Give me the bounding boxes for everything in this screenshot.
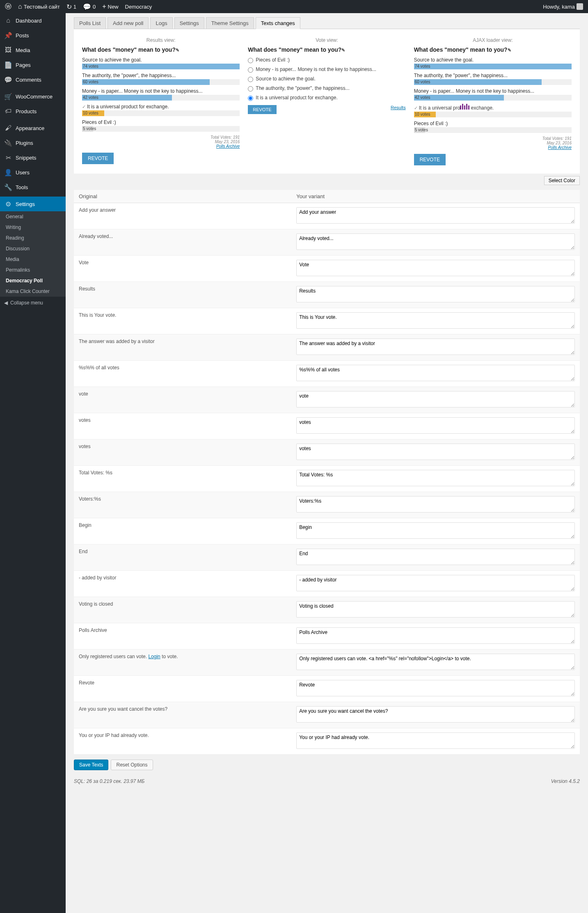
tab-theme-settings[interactable]: Theme Settings xyxy=(206,17,254,29)
sidebar-item-label: Comments xyxy=(16,77,41,83)
tab-add-new-poll[interactable]: Add new poll xyxy=(108,17,149,29)
sidebar-sub-item[interactable]: Permalinks xyxy=(0,265,66,275)
sidebar-item-plugins[interactable]: 🔌Plugins xyxy=(0,135,66,150)
checkmark-icon: ✓ xyxy=(82,104,87,109)
answer-label: Money - is paper... Money is not the key… xyxy=(82,88,203,94)
sidebar-item-products[interactable]: 🏷Products xyxy=(0,104,66,119)
vote-view-title: Vote view: xyxy=(248,37,405,43)
sidebar-sub-item[interactable]: General xyxy=(0,211,66,222)
table-row: This is Your vote. xyxy=(74,308,580,334)
collapse-menu[interactable]: ◀Collapse menu xyxy=(0,297,66,309)
revote-button[interactable]: REVOTE xyxy=(414,154,446,165)
vote-option[interactable]: The authority, the "power", the happines… xyxy=(248,85,405,92)
option-label: Source to achieve the goal. xyxy=(256,76,315,82)
tab-settings[interactable]: Settings xyxy=(174,17,204,29)
sidebar-sub-item[interactable]: Discussion xyxy=(0,243,66,254)
original-text: This is Your vote. xyxy=(74,308,291,334)
sidebar-item-appearance[interactable]: 🖌Appearance xyxy=(0,121,66,135)
updates[interactable]: ↻1 xyxy=(65,3,78,11)
variant-input[interactable] xyxy=(296,575,575,591)
variant-input[interactable] xyxy=(296,207,575,224)
variant-input[interactable] xyxy=(296,339,575,355)
table-row: Vote xyxy=(74,256,580,282)
variant-input[interactable] xyxy=(296,654,575,670)
variant-input[interactable] xyxy=(296,365,575,381)
sidebar-item-snippets[interactable]: ✂Snippets xyxy=(0,150,66,165)
variant-input[interactable] xyxy=(296,286,575,302)
sidebar-item-tools[interactable]: 🔧Tools xyxy=(0,180,66,194)
sidebar-item-pages[interactable]: 📄Pages xyxy=(0,57,66,72)
menu-icon: 📌 xyxy=(4,31,12,39)
polls-archive-link[interactable]: Polls Archive xyxy=(548,145,572,150)
poll-answer: Source to achieve the goal.74 votes xyxy=(82,57,240,69)
radio-input[interactable] xyxy=(248,67,253,73)
variant-input[interactable] xyxy=(296,233,575,250)
save-button[interactable]: Save Texts xyxy=(74,760,108,770)
variant-input[interactable] xyxy=(296,391,575,407)
table-row: Total Votes: %s xyxy=(74,466,580,492)
poll-answer: ✓ It is a universal product for exchange… xyxy=(82,104,240,116)
sidebar-sub-item[interactable]: Media xyxy=(0,254,66,265)
democracy-link[interactable]: Democracy xyxy=(124,4,154,10)
howdy[interactable]: Howdy, kama xyxy=(541,3,585,10)
variant-input[interactable] xyxy=(296,470,575,486)
menu-icon: 🏷 xyxy=(4,107,12,115)
variant-input[interactable] xyxy=(296,627,575,644)
variant-input[interactable] xyxy=(296,732,575,749)
vote-option[interactable]: Money - is paper... Money is not the key… xyxy=(248,66,405,73)
variant-input[interactable] xyxy=(296,260,575,276)
vote-option[interactable]: It is a universal product for exchange. xyxy=(248,95,405,101)
sidebar-item-dashboard[interactable]: ⌂Dashboard xyxy=(0,13,66,28)
sidebar-item-posts[interactable]: 📌Posts xyxy=(0,28,66,43)
sidebar-item-settings[interactable]: ⚙Settings xyxy=(0,197,66,211)
wordpress-icon: ⓦ xyxy=(5,2,11,11)
loader-icon xyxy=(460,104,469,110)
sidebar-sub-item[interactable]: Kama Click Counter xyxy=(0,286,66,297)
variant-input[interactable] xyxy=(296,522,575,539)
sidebar-item-woocommerce[interactable]: 🛒WooCommerce xyxy=(0,89,66,104)
menu-icon: 🖼 xyxy=(4,46,12,54)
tab-texts-changes[interactable]: Texts changes xyxy=(256,17,300,29)
vote-option[interactable]: Source to achieve the goal. xyxy=(248,76,405,82)
original-text: Only registered users can vote. Login to… xyxy=(74,650,291,676)
wp-logo[interactable]: ⓦ xyxy=(3,2,13,11)
results-link[interactable]: Results xyxy=(391,105,406,110)
radio-input[interactable] xyxy=(248,96,253,101)
sidebar-item-label: Plugins xyxy=(16,140,33,146)
option-label: Pieces of Evil :) xyxy=(256,57,290,63)
variant-input[interactable] xyxy=(296,680,575,696)
edit-icon[interactable]: ✎ xyxy=(508,48,511,53)
comments[interactable]: 💬0 xyxy=(81,3,97,11)
variant-input[interactable] xyxy=(296,549,575,565)
variant-input[interactable] xyxy=(296,601,575,618)
answer-label: Pieces of Evil :) xyxy=(414,121,448,126)
radio-input[interactable] xyxy=(248,86,253,92)
variant-input[interactable] xyxy=(296,496,575,513)
sidebar-sub-item[interactable]: Writing xyxy=(0,222,66,233)
vote-option[interactable]: Pieces of Evil :) xyxy=(248,57,405,63)
sidebar-item-users[interactable]: 👤Users xyxy=(0,165,66,180)
select-color-button[interactable]: Select Color xyxy=(544,176,580,185)
revote-button[interactable]: REVOTE xyxy=(82,153,114,164)
sidebar-item-label: Posts xyxy=(16,32,29,39)
variant-input[interactable] xyxy=(296,444,575,460)
edit-icon[interactable]: ✎ xyxy=(341,48,345,53)
new-content[interactable]: +New xyxy=(101,3,120,10)
polls-archive-link[interactable]: Polls Archive xyxy=(216,144,240,149)
tab-polls-list[interactable]: Polls List xyxy=(74,17,106,29)
radio-input[interactable] xyxy=(248,58,253,63)
variant-input[interactable] xyxy=(296,312,575,329)
radio-input[interactable] xyxy=(248,77,253,82)
revote-button[interactable]: REVOTE xyxy=(248,105,276,114)
variant-input[interactable] xyxy=(296,706,575,723)
original-text: You or your IP had already vote. xyxy=(74,728,291,755)
edit-icon[interactable]: ✎ xyxy=(176,48,179,53)
variant-input[interactable] xyxy=(296,417,575,434)
sidebar-sub-item[interactable]: Reading xyxy=(0,233,66,243)
sidebar-sub-item[interactable]: Democracy Poll xyxy=(0,275,66,286)
tab-logs[interactable]: Logs xyxy=(150,17,172,29)
site-name[interactable]: ⌂Тестовый сайт xyxy=(16,3,62,10)
reset-button[interactable]: Reset Options xyxy=(111,760,153,770)
sidebar-item-media[interactable]: 🖼Media xyxy=(0,43,66,57)
sidebar-item-comments[interactable]: 💬Comments xyxy=(0,72,66,87)
